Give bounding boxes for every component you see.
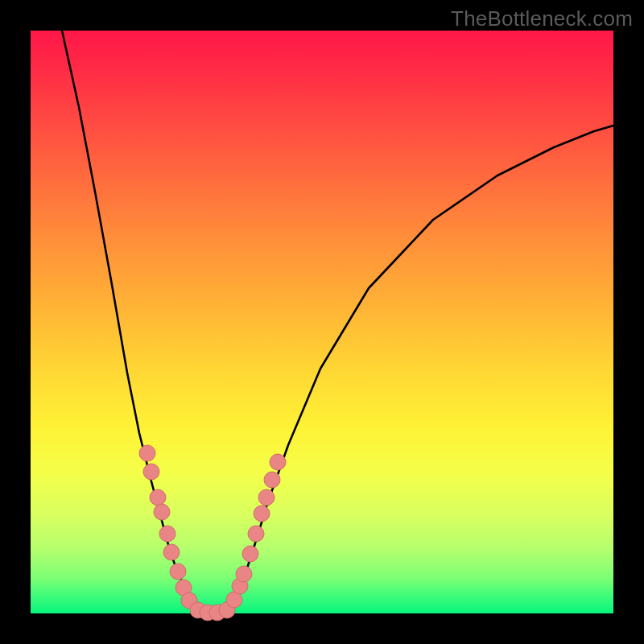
data-dot <box>258 489 275 506</box>
data-dot <box>248 526 264 542</box>
data-dot <box>270 454 286 470</box>
data-dot <box>254 506 270 522</box>
curve-layer <box>31 31 613 613</box>
chart-frame: TheBottleneck.com <box>0 0 644 644</box>
data-dots-group <box>139 445 286 621</box>
data-dot <box>139 445 155 461</box>
data-dot <box>159 526 175 542</box>
data-dot <box>242 546 258 562</box>
data-dot <box>154 504 170 520</box>
data-dot <box>264 472 280 488</box>
data-dot <box>163 544 180 560</box>
data-dot <box>170 564 186 580</box>
data-dot <box>236 566 252 582</box>
data-dot <box>143 464 159 480</box>
plot-area <box>31 31 613 613</box>
watermark-text: TheBottleneck.com <box>451 6 633 31</box>
bottleneck-curve <box>62 31 613 613</box>
data-dot <box>150 489 166 506</box>
